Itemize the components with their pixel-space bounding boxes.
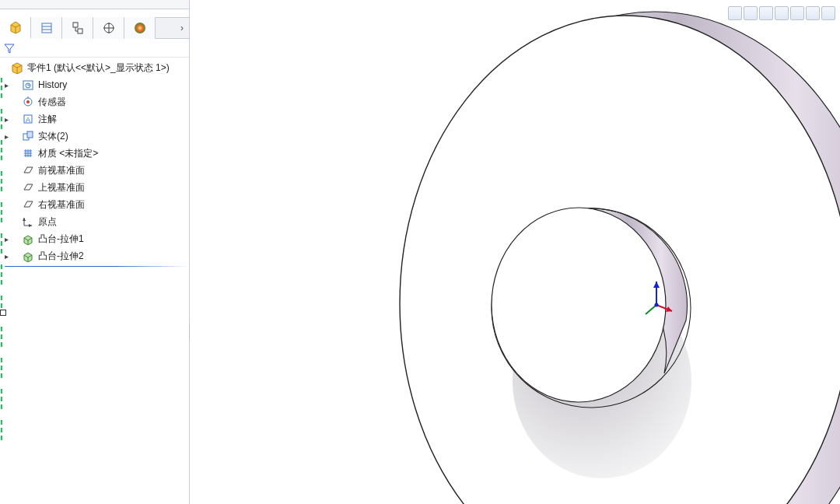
expand-chevron-icon[interactable]: ▸ xyxy=(2,81,10,89)
solidworks-window: › 零件1 (默认<<默认>_显示状态 1>) ▸History传感器▸A注解▸… xyxy=(0,0,840,504)
feature-manager-panel: › 零件1 (默认<<默认>_显示状态 1>) ▸History传感器▸A注解▸… xyxy=(0,0,190,504)
tree-item-1[interactable]: 传感器 xyxy=(0,93,189,110)
sensor-icon xyxy=(21,95,35,109)
tab-property-manager[interactable] xyxy=(31,17,62,39)
tree-item-label: 右视基准面 xyxy=(38,198,85,212)
expand-chevron-icon[interactable]: ▸ xyxy=(2,235,10,243)
origin-icon xyxy=(21,215,35,229)
expand-chevron-icon[interactable]: ▸ xyxy=(2,252,10,261)
svg-rect-3 xyxy=(73,23,78,27)
tree-item-label: 凸台-拉伸2 xyxy=(38,250,84,263)
tab-overflow-chevron-icon[interactable]: › xyxy=(175,23,189,33)
tree-item-label: 传感器 xyxy=(38,96,66,109)
tree-item-label: 前视基准面 xyxy=(38,164,85,177)
svg-rect-4 xyxy=(78,29,82,33)
svg-point-26 xyxy=(492,208,666,402)
extrude-icon xyxy=(21,232,35,246)
expand-chevron-icon[interactable]: ▸ xyxy=(2,115,10,124)
svg-marker-21 xyxy=(29,224,32,227)
plane-icon xyxy=(21,180,35,194)
svg-marker-20 xyxy=(23,218,26,221)
tab-display-manager[interactable] xyxy=(124,17,156,39)
tree-item-6[interactable]: 上视基准面 xyxy=(0,179,189,196)
manager-tab-strip: › xyxy=(0,17,189,39)
extrude-icon xyxy=(21,249,35,263)
tree-item-0[interactable]: ▸History xyxy=(0,76,189,93)
tree-item-label: 注解 xyxy=(38,113,57,126)
expand-chevron-icon[interactable]: ▸ xyxy=(2,132,10,141)
tree-item-4[interactable]: 材质 <未指定> xyxy=(0,145,189,162)
tree-item-5[interactable]: 前视基准面 xyxy=(0,162,189,179)
model-render xyxy=(190,0,840,504)
tree-item-label: 原点 xyxy=(38,215,57,229)
tree-item-2[interactable]: ▸A注解 xyxy=(0,110,189,128)
feature-tree: 零件1 (默认<<默认>_显示状态 1>) ▸History传感器▸A注解▸实体… xyxy=(0,58,189,270)
tree-item-8[interactable]: 原点 xyxy=(0,213,189,230)
material-icon xyxy=(21,146,35,160)
tree-root-label: 零件1 (默认<<默认>_显示状态 1>) xyxy=(27,61,170,75)
part-icon xyxy=(10,61,24,75)
svg-rect-17 xyxy=(27,131,33,138)
tab-configuration-manager[interactable] xyxy=(62,17,93,39)
tab-feature-manager[interactable] xyxy=(0,17,31,39)
tree-item-label: History xyxy=(38,79,67,90)
panel-resize-handle[interactable] xyxy=(0,310,6,316)
panel-top-strip xyxy=(0,0,189,9)
tree-rollback-bar[interactable] xyxy=(5,266,189,267)
history-icon xyxy=(21,78,35,92)
graphics-viewport[interactable] xyxy=(190,0,840,504)
tree-item-7[interactable]: 右视基准面 xyxy=(0,196,189,213)
tab-dimxpert-manager[interactable] xyxy=(93,17,124,39)
plane-icon xyxy=(21,198,35,212)
svg-rect-0 xyxy=(42,23,51,33)
tree-item-label: 凸台-拉伸1 xyxy=(38,233,84,246)
tree-item-9[interactable]: ▸凸台-拉伸1 xyxy=(0,230,189,247)
svg-point-8 xyxy=(135,23,145,33)
tree-item-3[interactable]: ▸实体(2) xyxy=(0,128,189,145)
funnel-icon xyxy=(3,42,16,54)
plane-icon xyxy=(21,163,35,177)
tree-item-10[interactable]: ▸凸台-拉伸2 xyxy=(0,247,189,264)
tree-filter-row[interactable] xyxy=(0,39,189,58)
tree-item-label: 材质 <未指定> xyxy=(38,147,98,160)
tree-root-part[interactable]: 零件1 (默认<<默认>_显示状态 1>) xyxy=(0,59,189,76)
tree-item-label: 实体(2) xyxy=(38,130,68,143)
svg-point-32 xyxy=(655,303,659,307)
bodies-icon xyxy=(21,129,35,143)
tree-item-label: 上视基准面 xyxy=(38,181,85,194)
svg-point-12 xyxy=(26,100,30,103)
svg-text:A: A xyxy=(26,116,30,124)
annot-icon: A xyxy=(21,112,35,126)
